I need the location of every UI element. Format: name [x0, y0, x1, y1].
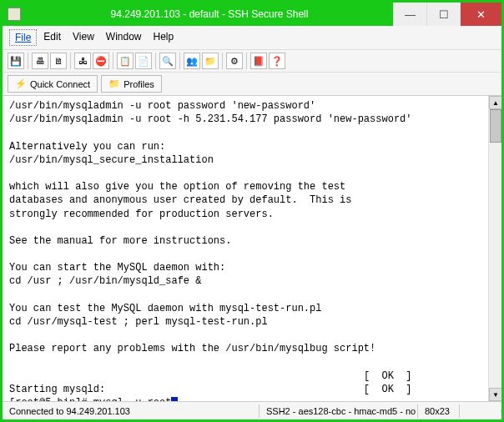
paste-icon[interactable]: 📄: [135, 53, 152, 69]
scroll-thumb[interactable]: [490, 109, 501, 143]
menu-help[interactable]: Help: [149, 29, 179, 46]
help-icon[interactable]: 📕: [250, 53, 267, 69]
menu-window[interactable]: Window: [101, 29, 147, 46]
quick-connect-button[interactable]: ⚡ Quick Connect: [8, 75, 98, 93]
terminal-container: /usr/bin/mysqladmin -u root password 'ne…: [3, 96, 501, 401]
app-window: 94.249.201.103 - default - SSH Secure Sh…: [0, 0, 504, 422]
status-connection: Connected to 94.249.201.103: [3, 404, 260, 418]
profiles-button[interactable]: 📁 Profiles: [101, 75, 162, 93]
connection-bar: ⚡ Quick Connect 📁 Profiles: [3, 73, 501, 96]
status-size: 80x23: [418, 404, 460, 418]
profiles-label: Profiles: [123, 79, 154, 89]
window-title: 94.249.201.103 - default - SSH Secure Sh…: [26, 8, 393, 20]
separator: [70, 53, 71, 69]
separator: [155, 53, 156, 69]
menu-view[interactable]: View: [68, 29, 99, 46]
maximize-button[interactable]: ☐: [426, 3, 460, 26]
disconnect-icon[interactable]: ⛔: [93, 53, 109, 69]
scrollbar[interactable]: ▲ ▼: [488, 96, 501, 401]
menu-edit[interactable]: Edit: [38, 29, 66, 46]
menubar: File Edit View Window Help: [3, 26, 501, 50]
print-icon[interactable]: 🖶: [32, 53, 48, 69]
new-file-transfer-icon[interactable]: 📁: [202, 53, 219, 69]
quick-connect-label: Quick Connect: [30, 79, 90, 89]
scroll-up-button[interactable]: ▲: [489, 96, 501, 109]
titlebar[interactable]: 94.249.201.103 - default - SSH Secure Sh…: [3, 3, 501, 26]
print-preview-icon[interactable]: 🗎: [50, 53, 67, 69]
new-terminal-icon[interactable]: 👥: [184, 53, 200, 69]
save-icon[interactable]: 💾: [8, 53, 24, 69]
status-cipher: SSH2 - aes128-cbc - hmac-md5 - no: [260, 404, 418, 418]
separator: [28, 53, 28, 69]
minimize-button[interactable]: —: [393, 3, 426, 26]
window-controls: — ☐ ✕: [393, 3, 501, 26]
separator: [113, 53, 113, 69]
find-icon[interactable]: 🔍: [159, 53, 176, 69]
settings-icon[interactable]: ⚙: [226, 53, 243, 69]
statusbar: Connected to 94.249.201.103 SSH2 - aes12…: [3, 401, 501, 419]
status-empty: [460, 409, 501, 413]
separator: [246, 53, 247, 69]
separator: [179, 53, 180, 69]
scroll-down-button[interactable]: ▼: [489, 388, 501, 401]
terminal[interactable]: /usr/bin/mysqladmin -u root password 'ne…: [3, 96, 488, 401]
separator: [222, 53, 223, 69]
context-help-icon[interactable]: ❓: [269, 53, 285, 69]
connect-icon[interactable]: 🖧: [74, 53, 91, 69]
close-button[interactable]: ✕: [460, 3, 501, 26]
toolbar: 💾 🖶 🗎 🖧 ⛔ 📋 📄 🔍 👥 📁 ⚙ 📕 ❓: [3, 50, 501, 73]
menu-file[interactable]: File: [9, 29, 37, 46]
folder-icon: 📁: [108, 78, 120, 89]
app-icon: [8, 8, 21, 21]
copy-icon[interactable]: 📋: [117, 53, 134, 69]
lightning-icon: ⚡: [15, 78, 27, 89]
